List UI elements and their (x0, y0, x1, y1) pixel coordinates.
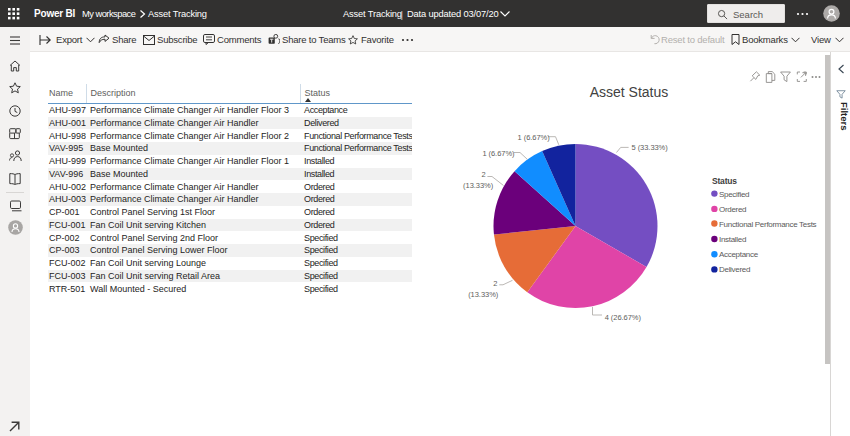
svg-text:Specified: Specified (719, 190, 749, 199)
svg-text:Ordered: Ordered (719, 205, 746, 214)
svg-text:Delivered: Delivered (719, 265, 750, 274)
svg-text:Status: Status (712, 176, 737, 186)
svg-text:Functional Performance Tests: Functional Performance Tests (719, 220, 817, 229)
svg-text:2: 2 (481, 170, 485, 179)
svg-text:5 (33.33%): 5 (33.33%) (632, 143, 669, 152)
svg-text:1 (6.67%): 1 (6.67%) (518, 133, 551, 142)
svg-text:(13.33%): (13.33%) (468, 290, 499, 299)
svg-text:2: 2 (493, 279, 497, 288)
svg-text:1 (6.67%): 1 (6.67%) (482, 149, 515, 158)
svg-text:(13.33%): (13.33%) (463, 181, 494, 190)
svg-text:4 (26.67%): 4 (26.67%) (605, 313, 642, 322)
svg-text:Installed: Installed (719, 235, 746, 244)
svg-text:Acceptance: Acceptance (719, 250, 759, 259)
